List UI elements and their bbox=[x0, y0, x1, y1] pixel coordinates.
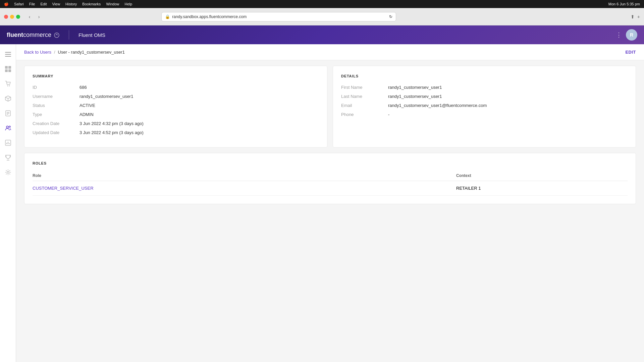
field-label-creation-date: Creation Date bbox=[33, 121, 79, 126]
sidebar-item-catalog[interactable] bbox=[2, 107, 14, 119]
close-button[interactable] bbox=[4, 15, 8, 19]
browser-nav[interactable]: ‹ › bbox=[25, 13, 43, 21]
details-title: DETAILS bbox=[341, 74, 628, 78]
svg-point-8 bbox=[7, 85, 8, 86]
sidebar bbox=[0, 44, 16, 362]
menu-safari[interactable]: Safari bbox=[14, 2, 24, 6]
app-header-left: fluentcommerce Fluent OMS bbox=[7, 30, 105, 40]
svg-point-14 bbox=[6, 126, 8, 128]
logo-light: commerce bbox=[23, 32, 51, 38]
field-id: ID 686 bbox=[33, 85, 319, 90]
svg-rect-6 bbox=[5, 69, 8, 72]
app-logo: fluentcommerce bbox=[7, 32, 59, 39]
reports-icon bbox=[5, 140, 11, 146]
field-label-updated-date: Updated Date bbox=[33, 130, 79, 135]
browser-toolbar-actions[interactable]: ⬆ + bbox=[631, 14, 640, 19]
role-context: RETAILER 1 bbox=[456, 181, 628, 196]
reload-icon[interactable]: ↻ bbox=[389, 14, 392, 19]
sidebar-item-settings[interactable] bbox=[2, 166, 14, 178]
mac-status-bar: Mon 6 Jun 5:35 pm bbox=[608, 2, 640, 6]
menu-file[interactable]: File bbox=[29, 2, 35, 6]
logo-text: fluentcommerce bbox=[7, 32, 59, 39]
lock-icon: 🔒 bbox=[165, 14, 170, 19]
field-creation-date: Creation Date 3 Jun 2022 4:32 pm (3 days… bbox=[33, 121, 319, 126]
sidebar-item-users[interactable] bbox=[2, 122, 14, 134]
sidebar-item-dashboard[interactable] bbox=[2, 63, 14, 75]
breadcrumb: Back to Users / User - randy1_customerse… bbox=[24, 50, 125, 55]
field-value-id: 686 bbox=[79, 85, 87, 90]
summary-card: SUMMARY ID 686 Username randy1_customers… bbox=[24, 66, 327, 147]
content-area: Back to Users / User - randy1_customerse… bbox=[16, 44, 644, 362]
field-value-last-name: randy1_customersev_user1 bbox=[388, 94, 442, 99]
details-card: DETAILS First Name randy1_customersev_us… bbox=[333, 66, 636, 147]
menu-window[interactable]: Window bbox=[106, 2, 119, 6]
browser-chrome: ‹ › 🔒 randy.sandbox.apps.fluentcommerce.… bbox=[0, 8, 644, 25]
trophy-icon bbox=[5, 155, 11, 161]
roles-title: ROLES bbox=[33, 161, 628, 165]
address-bar[interactable]: 🔒 randy.sandbox.apps.fluentcommerce.com … bbox=[161, 12, 396, 21]
new-tab-icon[interactable]: + bbox=[637, 14, 640, 19]
svg-rect-7 bbox=[8, 69, 11, 72]
users-icon bbox=[5, 125, 11, 131]
menu-history[interactable]: History bbox=[65, 2, 77, 6]
catalog-icon bbox=[5, 110, 11, 116]
sidebar-item-inventory[interactable] bbox=[2, 93, 14, 105]
forward-nav-button[interactable]: › bbox=[35, 13, 43, 21]
field-value-updated-date: 3 Jun 2022 4:52 pm (3 days ago) bbox=[79, 130, 144, 135]
cart-icon bbox=[5, 81, 11, 87]
minimize-button[interactable] bbox=[10, 15, 14, 19]
svg-rect-4 bbox=[5, 66, 8, 69]
settings-icon bbox=[5, 169, 11, 175]
summary-title: SUMMARY bbox=[33, 74, 319, 78]
svg-rect-1 bbox=[5, 52, 11, 53]
field-label-email: Email bbox=[341, 103, 388, 108]
avatar[interactable]: R bbox=[626, 29, 637, 41]
menu-bookmarks[interactable]: Bookmarks bbox=[82, 2, 101, 6]
sidebar-item-awards[interactable] bbox=[2, 152, 14, 164]
dashboard-icon bbox=[5, 66, 11, 72]
cards-row: SUMMARY ID 686 Username randy1_customers… bbox=[24, 66, 636, 147]
sidebar-item-reports[interactable] bbox=[2, 137, 14, 149]
role-link[interactable]: CUSTOMER_SERVICE_USER bbox=[33, 186, 94, 191]
sidebar-item-menu[interactable] bbox=[2, 48, 14, 60]
apple-menu[interactable]: 🍎 bbox=[4, 2, 9, 6]
share-icon[interactable]: ⬆ bbox=[631, 14, 635, 19]
table-row: CUSTOMER_SERVICE_USER RETAILER 1 bbox=[33, 181, 628, 196]
field-value-username: randy1_customersev_user1 bbox=[79, 94, 133, 99]
mac-menus: 🍎 Safari File Edit View History Bookmark… bbox=[4, 2, 132, 6]
fullscreen-button[interactable] bbox=[16, 15, 20, 19]
breadcrumb-separator: / bbox=[54, 50, 55, 55]
menu-help[interactable]: Help bbox=[125, 2, 132, 6]
app-name: Fluent OMS bbox=[78, 32, 105, 38]
edit-button[interactable]: EDIT bbox=[625, 50, 636, 55]
mac-menubar: 🍎 Safari File Edit View History Bookmark… bbox=[0, 0, 644, 8]
page-content: SUMMARY ID 686 Username randy1_customers… bbox=[16, 60, 644, 209]
roles-card: ROLES Role Context CUSTOMER_SERVICE_USER bbox=[24, 153, 636, 204]
svg-point-0 bbox=[54, 33, 59, 38]
field-username: Username randy1_customersev_user1 bbox=[33, 94, 319, 99]
mac-time: Mon 6 Jun 5:35 pm bbox=[608, 2, 640, 6]
app-header: fluentcommerce Fluent OMS ⋮ R bbox=[0, 25, 644, 44]
field-label-status: Status bbox=[33, 103, 79, 108]
url-text[interactable]: randy.sandbox.apps.fluentcommerce.com bbox=[172, 14, 247, 19]
svg-point-9 bbox=[9, 85, 10, 86]
menu-edit[interactable]: Edit bbox=[40, 2, 47, 6]
roles-col-context: Context bbox=[456, 171, 628, 181]
menu-view[interactable]: View bbox=[52, 2, 60, 6]
sidebar-item-orders[interactable] bbox=[2, 78, 14, 90]
hamburger-icon bbox=[5, 52, 11, 57]
svg-rect-3 bbox=[5, 56, 11, 57]
field-type: Type ADMIN bbox=[33, 112, 319, 117]
more-options-icon[interactable]: ⋮ bbox=[616, 31, 622, 39]
field-value-email: randy1_customersev_user1@fluentcommerce.… bbox=[388, 103, 487, 108]
field-phone: Phone - bbox=[341, 112, 628, 117]
header-divider bbox=[69, 30, 69, 40]
back-nav-button[interactable]: ‹ bbox=[25, 13, 34, 21]
back-to-users-link[interactable]: Back to Users bbox=[24, 50, 51, 55]
roles-col-role: Role bbox=[33, 171, 456, 181]
field-label-id: ID bbox=[33, 85, 79, 90]
traffic-lights[interactable] bbox=[4, 15, 20, 19]
field-status: Status ACTIVE bbox=[33, 103, 319, 108]
field-value-phone: - bbox=[388, 112, 389, 117]
field-value-creation-date: 3 Jun 2022 4:32 pm (3 days ago) bbox=[79, 121, 144, 126]
